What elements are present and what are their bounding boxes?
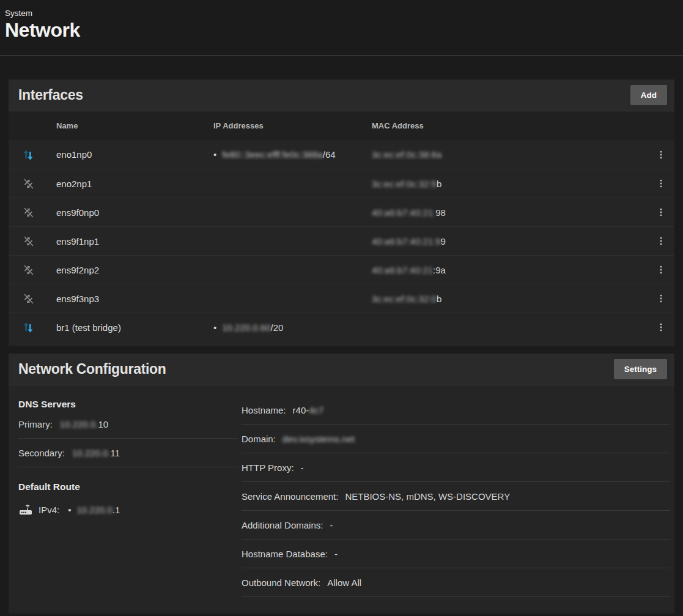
breadcrumb-system[interactable]: System [5,9,32,18]
list-bullet: • [68,505,71,515]
interface-name: ens9f1np1 [48,236,205,247]
interface-inactive-icon [22,292,35,305]
interface-ip-cell: •fe80::3eec:efff:fe0c:388a/64 [205,149,363,160]
row-menu-button[interactable] [648,322,674,333]
list-bullet: • [213,149,216,160]
config-left-column: DNS Servers Primary: 10.220.0.10 Seconda… [18,385,238,517]
row-menu-button[interactable] [648,149,674,160]
interface-inactive-icon [22,264,35,276]
config-row-value: - [330,520,333,530]
column-header-name: Name [48,121,205,130]
interface-mac-cell: 3c:ec:ef:0c:32:0b [363,294,648,304]
kebab-menu-icon [655,207,666,218]
interfaces-table-header: Name IP Addresses MAC Address [9,111,674,140]
add-interface-button[interactable]: Add [630,85,667,105]
interface-mac-cell: 3c:ec:ef:0c:32:5b [363,179,648,189]
config-row-label: Domain: [242,434,276,444]
interface-ip-cell: •10.220.0.60/20 [205,322,363,333]
interface-state-cell [9,235,48,248]
interface-row[interactable]: ens9f0np0 40:a6:b7:40:21:98 [9,198,674,226]
network-config-card-title: Network Configuration [18,361,166,377]
interface-name: ens9f3np3 [48,294,205,304]
interface-mac-cell: 40:a6:b7:40:21:99 [363,236,648,247]
ipv4-label: IPv4: [39,505,59,515]
config-row-label: Hostname: [242,405,286,415]
config-row: Additional Domains: - [242,511,670,540]
interface-active-icon [21,321,35,334]
row-menu-button[interactable] [648,207,674,218]
interface-name: eno1np0 [48,149,205,160]
interface-row[interactable]: eno2np1 3c:ec:ef:0c:32:5b [9,169,674,198]
interface-name: eno2np1 [48,179,205,189]
row-menu-button[interactable] [648,236,674,247]
dns-secondary-row: Secondary: 10.220.0.11 [18,439,238,467]
config-row: Service Announcement: NETBIOS-NS, mDNS, … [242,482,670,511]
dns-primary-label: Primary: [18,419,53,429]
interface-state-cell [9,321,48,334]
row-menu-button[interactable] [648,264,674,275]
config-row-value: NETBIOS-NS, mDNS, WS-DISCOVERY [345,491,510,502]
network-config-body: DNS Servers Primary: 10.220.0.10 Seconda… [9,385,674,597]
default-route-heading: Default Route [18,481,238,492]
interface-inactive-icon [22,206,35,219]
dns-secondary-value: 10.220.0.11 [72,448,120,458]
kebab-menu-icon [655,322,666,333]
dns-primary-value: 10.220.0.10 [60,419,108,429]
interfaces-card-header: Interfaces Add [9,80,674,111]
config-row-value: dev.ixsystems.net [282,434,355,444]
interface-row[interactable]: br1 (test bridge) •10.220.0.60/20 [9,313,674,341]
network-config-card: Network Configuration Settings DNS Serve… [9,354,674,614]
config-row: Outbound Network: Allow All [242,568,670,597]
default-route-ipv4-row: IPv4: • 10.220.0.1 [18,502,238,517]
interface-name: ens9f0np0 [48,207,205,218]
kebab-menu-icon [655,149,666,160]
interface-state-cell [9,264,48,276]
settings-button[interactable]: Settings [614,359,667,379]
config-right-column: Hostname: r40-4c7 Domain: dev.ixsystems.… [242,385,670,597]
interface-name: ens9f2np2 [48,265,205,275]
config-row-label: Service Announcement: [242,491,338,502]
interface-row[interactable]: ens9f1np1 40:a6:b7:40:21:99 [9,226,674,255]
interface-row[interactable]: ens9f2np2 40:a6:b7:40:21:9a [9,255,674,284]
kebab-menu-icon [655,236,666,247]
kebab-menu-icon [655,264,666,275]
config-row-label: Outbound Network: [242,577,320,588]
config-row: Hostname: r40-4c7 [242,396,670,425]
kebab-menu-icon [655,293,666,304]
interface-mac-cell: 40:a6:b7:40:21:98 [363,207,648,218]
config-row-label: HTTP Proxy: [242,462,294,473]
interface-row[interactable]: ens9f3np3 3c:ec:ef:0c:32:0b [9,284,674,313]
config-row-label: Hostname Database: [242,549,328,559]
config-row-value: Allow All [327,577,361,588]
config-row-value: r40-4c7 [293,405,324,415]
config-row-label: Additional Domains: [242,520,323,530]
interfaces-card-title: Interfaces [18,87,83,103]
column-header-ip-addresses: IP Addresses [205,121,363,130]
interface-name: br1 (test bridge) [48,322,205,333]
interface-state-cell [9,292,48,305]
config-row-value: - [301,462,304,473]
router-icon [18,502,33,517]
config-row-value: - [334,549,338,559]
page-title: Network [5,19,80,42]
interface-mac-cell: 40:a6:b7:40:21:9a [363,265,648,275]
config-row: Hostname Database: - [242,540,670,568]
interface-active-icon [21,148,35,161]
interface-inactive-icon [22,177,35,190]
row-menu-button[interactable] [648,178,674,189]
network-config-card-header: Network Configuration Settings [9,354,674,385]
default-route-value: 10.220.0.1 [76,505,120,515]
interface-state-cell [9,148,48,161]
interfaces-card: Interfaces Add Name IP Addresses MAC Add… [9,80,674,346]
interfaces-table-body: eno1np0 •fe80::3eec:efff:fe0c:388a/64 3c… [9,140,674,341]
title-divider [0,55,683,56]
interface-mac-cell: 3c:ec:ef:0c:38:8a [363,149,648,160]
interface-row[interactable]: eno1np0 •fe80::3eec:efff:fe0c:388a/64 3c… [9,140,674,169]
list-bullet: • [213,322,216,333]
kebab-menu-icon [655,178,666,189]
interface-state-cell [9,206,48,219]
dns-secondary-label: Secondary: [18,448,65,458]
dns-primary-row: Primary: 10.220.0.10 [18,410,238,439]
dns-servers-heading: DNS Servers [18,399,238,410]
row-menu-button[interactable] [648,293,674,304]
